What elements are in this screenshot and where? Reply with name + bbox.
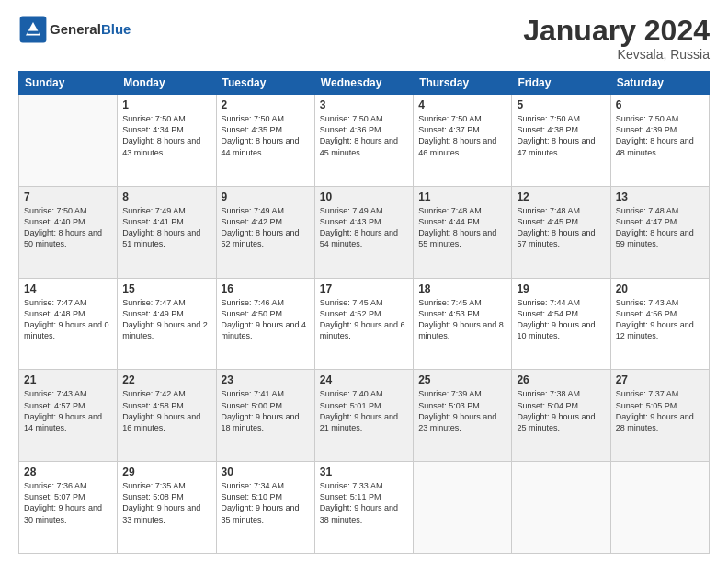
calendar-day-cell: 21Sunrise: 7:43 AMSunset: 4:57 PMDayligh… [19,370,118,462]
calendar-day-cell: 22Sunrise: 7:42 AMSunset: 4:58 PMDayligh… [118,370,216,462]
day-number: 26 [517,373,605,386]
day-number: 21 [24,373,112,386]
calendar-day-cell: 26Sunrise: 7:38 AMSunset: 5:04 PMDayligh… [512,370,610,462]
day-info: Sunrise: 7:49 AMSunset: 4:42 PMDaylight:… [222,205,310,250]
day-number: 2 [222,98,310,111]
day-info: Sunrise: 7:50 AMSunset: 4:37 PMDaylight:… [418,113,506,158]
day-info: Sunrise: 7:50 AMSunset: 4:36 PMDaylight:… [320,113,408,158]
location: Kevsala, Russia [523,47,710,62]
day-number: 11 [418,190,506,203]
day-info: Sunrise: 7:45 AMSunset: 4:52 PMDaylight:… [320,297,408,342]
day-info: Sunrise: 7:38 AMSunset: 5:04 PMDaylight:… [517,388,605,433]
day-number: 25 [418,373,506,386]
day-info: Sunrise: 7:44 AMSunset: 4:54 PMDaylight:… [517,297,605,342]
weekday-header: Saturday [610,72,709,95]
day-info: Sunrise: 7:43 AMSunset: 4:56 PMDaylight:… [616,297,704,342]
calendar-day-cell: 19Sunrise: 7:44 AMSunset: 4:54 PMDayligh… [512,278,610,370]
day-info: Sunrise: 7:50 AMSunset: 4:39 PMDaylight:… [616,113,704,158]
calendar-day-cell: 4Sunrise: 7:50 AMSunset: 4:37 PMDaylight… [414,95,512,187]
day-info: Sunrise: 7:48 AMSunset: 4:47 PMDaylight:… [616,205,704,250]
day-info: Sunrise: 7:50 AMSunset: 4:38 PMDaylight:… [517,113,605,158]
title-block: January 2024 Kevsala, Russia [523,15,710,62]
day-number: 9 [222,190,310,203]
calendar-day-cell: 9Sunrise: 7:49 AMSunset: 4:42 PMDaylight… [216,186,314,278]
logo: GeneralBlue [18,15,131,44]
day-number: 19 [517,282,605,295]
day-number: 15 [122,282,210,295]
calendar-week-row: 1Sunrise: 7:50 AMSunset: 4:34 PMDaylight… [19,95,710,187]
month-title: January 2024 [523,15,710,47]
day-number: 28 [24,465,112,478]
day-info: Sunrise: 7:45 AMSunset: 4:53 PMDaylight:… [418,297,506,342]
day-info: Sunrise: 7:43 AMSunset: 4:57 PMDaylight:… [24,388,112,433]
calendar-day-cell: 28Sunrise: 7:36 AMSunset: 5:07 PMDayligh… [19,462,118,554]
day-number: 7 [24,190,112,203]
day-info: Sunrise: 7:34 AMSunset: 5:10 PMDaylight:… [222,480,310,525]
day-info: Sunrise: 7:50 AMSunset: 4:35 PMDaylight:… [222,113,310,158]
calendar-day-cell: 13Sunrise: 7:48 AMSunset: 4:47 PMDayligh… [610,186,709,278]
weekday-header-row: SundayMondayTuesdayWednesdayThursdayFrid… [19,72,710,95]
day-number: 8 [122,190,210,203]
day-info: Sunrise: 7:42 AMSunset: 4:58 PMDaylight:… [122,388,210,433]
calendar-day-cell: 18Sunrise: 7:45 AMSunset: 4:53 PMDayligh… [414,278,512,370]
weekday-header: Friday [512,72,610,95]
calendar-day-cell [19,95,118,187]
calendar-day-cell: 23Sunrise: 7:41 AMSunset: 5:00 PMDayligh… [216,370,314,462]
day-info: Sunrise: 7:50 AMSunset: 4:34 PMDaylight:… [122,113,210,158]
calendar-day-cell [512,462,610,554]
weekday-header: Thursday [414,72,512,95]
day-info: Sunrise: 7:50 AMSunset: 4:40 PMDaylight:… [24,205,112,250]
day-number: 14 [24,282,112,295]
header: GeneralBlue January 2024 Kevsala, Russia [18,15,710,62]
day-info: Sunrise: 7:49 AMSunset: 4:41 PMDaylight:… [122,205,210,250]
page: GeneralBlue January 2024 Kevsala, Russia… [0,0,728,563]
day-number: 18 [418,282,506,295]
calendar-day-cell: 29Sunrise: 7:35 AMSunset: 5:08 PMDayligh… [118,462,216,554]
day-info: Sunrise: 7:48 AMSunset: 4:44 PMDaylight:… [418,205,506,250]
day-number: 4 [418,98,506,111]
day-number: 12 [517,190,605,203]
calendar-day-cell: 14Sunrise: 7:47 AMSunset: 4:48 PMDayligh… [19,278,118,370]
day-info: Sunrise: 7:48 AMSunset: 4:45 PMDaylight:… [517,205,605,250]
calendar-day-cell: 30Sunrise: 7:34 AMSunset: 5:10 PMDayligh… [216,462,314,554]
weekday-header: Monday [118,72,216,95]
calendar-day-cell: 10Sunrise: 7:49 AMSunset: 4:43 PMDayligh… [314,186,413,278]
calendar-day-cell: 6Sunrise: 7:50 AMSunset: 4:39 PMDaylight… [610,95,709,187]
logo-icon [18,15,48,44]
weekday-header: Sunday [19,72,118,95]
day-info: Sunrise: 7:40 AMSunset: 5:01 PMDaylight:… [320,388,408,433]
day-info: Sunrise: 7:49 AMSunset: 4:43 PMDaylight:… [320,205,408,250]
calendar-day-cell: 7Sunrise: 7:50 AMSunset: 4:40 PMDaylight… [19,186,118,278]
calendar-day-cell: 25Sunrise: 7:39 AMSunset: 5:03 PMDayligh… [414,370,512,462]
calendar-week-row: 21Sunrise: 7:43 AMSunset: 4:57 PMDayligh… [19,370,710,462]
calendar-day-cell: 2Sunrise: 7:50 AMSunset: 4:35 PMDaylight… [216,95,314,187]
calendar-day-cell: 5Sunrise: 7:50 AMSunset: 4:38 PMDaylight… [512,95,610,187]
day-number: 6 [616,98,704,111]
day-number: 20 [616,282,704,295]
calendar-day-cell: 31Sunrise: 7:33 AMSunset: 5:11 PMDayligh… [314,462,413,554]
day-number: 30 [222,465,310,478]
calendar-day-cell: 15Sunrise: 7:47 AMSunset: 4:49 PMDayligh… [118,278,216,370]
calendar-day-cell: 17Sunrise: 7:45 AMSunset: 4:52 PMDayligh… [314,278,413,370]
logo-text: GeneralBlue [50,22,131,38]
day-number: 23 [222,373,310,386]
day-info: Sunrise: 7:47 AMSunset: 4:49 PMDaylight:… [122,297,210,342]
calendar-day-cell: 1Sunrise: 7:50 AMSunset: 4:34 PMDaylight… [118,95,216,187]
day-number: 29 [122,465,210,478]
calendar-week-row: 14Sunrise: 7:47 AMSunset: 4:48 PMDayligh… [19,278,710,370]
day-number: 31 [320,465,408,478]
calendar-day-cell [610,462,709,554]
calendar-day-cell: 12Sunrise: 7:48 AMSunset: 4:45 PMDayligh… [512,186,610,278]
calendar-day-cell [414,462,512,554]
day-info: Sunrise: 7:36 AMSunset: 5:07 PMDaylight:… [24,480,112,525]
day-info: Sunrise: 7:35 AMSunset: 5:08 PMDaylight:… [122,480,210,525]
calendar-day-cell: 20Sunrise: 7:43 AMSunset: 4:56 PMDayligh… [610,278,709,370]
day-number: 17 [320,282,408,295]
calendar-week-row: 7Sunrise: 7:50 AMSunset: 4:40 PMDaylight… [19,186,710,278]
calendar-day-cell: 11Sunrise: 7:48 AMSunset: 4:44 PMDayligh… [414,186,512,278]
day-number: 22 [122,373,210,386]
day-number: 16 [222,282,310,295]
day-number: 24 [320,373,408,386]
day-info: Sunrise: 7:37 AMSunset: 5:05 PMDaylight:… [616,388,704,433]
calendar-day-cell: 27Sunrise: 7:37 AMSunset: 5:05 PMDayligh… [610,370,709,462]
